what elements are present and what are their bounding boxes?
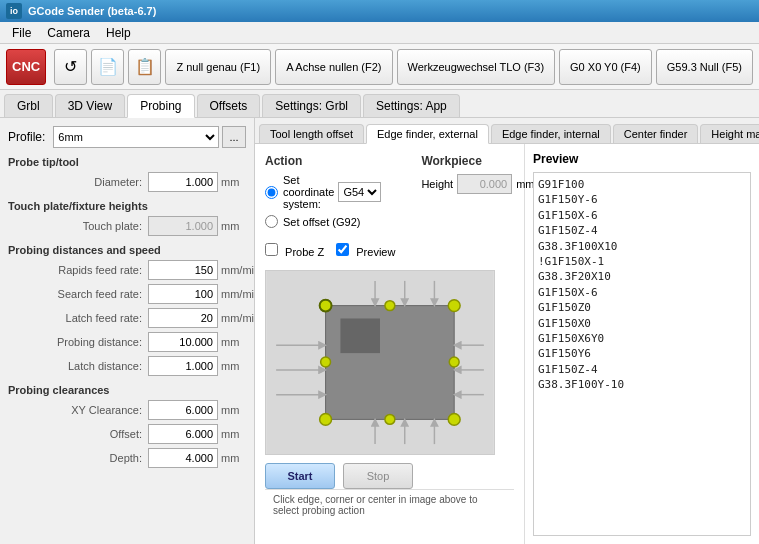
search-feed-input[interactable]: [148, 284, 218, 304]
latch-distance-input[interactable]: [148, 356, 218, 376]
right-left-panel: Action Set coordinate system: G54 G55 G5…: [255, 144, 525, 544]
code-line: G38.3F100X10: [538, 239, 746, 254]
code-line: G1F150X-6: [538, 208, 746, 223]
xy-clearance-row: XY Clearance: mm: [8, 400, 246, 420]
tab-settings-app[interactable]: Settings: App: [363, 94, 460, 117]
rapids-feed-input[interactable]: [148, 260, 218, 280]
touch-plate-label: Touch plate:: [8, 220, 148, 232]
diameter-label: Diameter:: [8, 176, 148, 188]
main-content: Profile: 6mm ... Probe tip/tool Diameter…: [0, 118, 759, 544]
action-title: Action: [265, 154, 381, 168]
depth-input[interactable]: [148, 448, 218, 468]
code-line: G1F150Y6: [538, 346, 746, 361]
inner-tab-edge-external[interactable]: Edge finder, external: [366, 124, 489, 144]
xy-clearance-label: XY Clearance:: [8, 404, 148, 416]
offset-unit: mm: [218, 428, 246, 440]
menu-help[interactable]: Help: [98, 24, 139, 42]
tab-offsets[interactable]: Offsets: [197, 94, 261, 117]
probing-distance-unit: mm: [218, 336, 246, 348]
svg-point-20: [385, 414, 395, 424]
code-line: G1F150Z0: [538, 300, 746, 315]
preview-canvas[interactable]: [265, 270, 495, 455]
toolbar: CNC ↺ 📄 📋 Z null genau (F1) A Achse null…: [0, 44, 759, 90]
preview-checkbox-label[interactable]: Preview: [336, 243, 395, 258]
offset-input[interactable]: [148, 424, 218, 444]
offset-label: Offset:: [8, 428, 148, 440]
menu-camera[interactable]: Camera: [39, 24, 98, 42]
main-tabs: Grbl 3D View Probing Offsets Settings: G…: [0, 90, 759, 118]
cnc-logo: CNC: [6, 49, 46, 85]
section-probing-clearances: Probing clearances: [8, 384, 246, 396]
tab-probing[interactable]: Probing: [127, 94, 194, 118]
height-label: Height: [421, 178, 453, 190]
diameter-input[interactable]: [148, 172, 218, 192]
probing-distance-input[interactable]: [148, 332, 218, 352]
right-right-panel: Preview G91F100 G1F150Y-6 G1F150X-6 G1F1…: [525, 144, 759, 544]
height-row: Height mm: [421, 174, 534, 194]
xy-clearance-input[interactable]: [148, 400, 218, 420]
code-line: G1F150X6Y0: [538, 331, 746, 346]
svg-rect-2: [340, 318, 380, 353]
toolbar-btn-g0[interactable]: G0 X0 Y0 (F4): [559, 49, 652, 85]
preview-checkbox[interactable]: [336, 243, 349, 256]
search-feed-label: Search feed rate:: [8, 288, 148, 300]
svg-point-19: [385, 301, 395, 311]
touch-plate-unit: mm: [218, 220, 246, 232]
code-preview[interactable]: G91F100 G1F150Y-6 G1F150X-6 G1F150Z-4 G3…: [533, 172, 751, 536]
radio-set-offset[interactable]: [265, 215, 278, 228]
start-button[interactable]: Start: [265, 463, 335, 489]
checkbox-row: Probe Z Preview: [265, 243, 514, 258]
latch-feed-input[interactable]: [148, 308, 218, 328]
stop-button[interactable]: Stop: [343, 463, 413, 489]
workpiece-section: Workpiece Height mm: [421, 154, 534, 243]
latch-feed-label: Latch feed rate:: [8, 312, 148, 324]
toolbar-btn-a-achse[interactable]: A Achse nullen (F2): [275, 49, 392, 85]
right-panel: Tool length offset Edge finder, external…: [255, 118, 759, 544]
probe-z-checkbox[interactable]: [265, 243, 278, 256]
svg-point-17: [320, 413, 332, 425]
latch-distance-row: Latch distance: mm: [8, 356, 246, 376]
inner-tab-tool-length[interactable]: Tool length offset: [259, 124, 364, 143]
profile-dots-button[interactable]: ...: [222, 126, 246, 148]
action-section: Action Set coordinate system: G54 G55 G5…: [265, 154, 381, 233]
latch-feed-unit: mm/min: [218, 312, 246, 324]
touch-plate-row: Touch plate: mm: [8, 216, 246, 236]
tab-grbl[interactable]: Grbl: [4, 94, 53, 117]
svg-point-22: [449, 357, 459, 367]
depth-row: Depth: mm: [8, 448, 246, 468]
code-line: G1F150X0: [538, 316, 746, 331]
preview-label: Preview: [356, 246, 395, 258]
coord-select[interactable]: G54 G55 G56 G57: [338, 182, 381, 202]
inner-tab-center-finder[interactable]: Center finder: [613, 124, 699, 143]
diameter-unit: mm: [218, 176, 246, 188]
toolbar-btn-g59[interactable]: G59.3 Null (F5): [656, 49, 753, 85]
profile-select[interactable]: 6mm: [53, 126, 219, 148]
offset-row: Offset: mm: [8, 424, 246, 444]
code-line: G1F150Z-4: [538, 362, 746, 377]
inner-tab-height[interactable]: Height ma: [700, 124, 759, 143]
set-offset-label: Set offset (G92): [283, 216, 360, 228]
set-coord-label: Set coordinate system:: [283, 174, 334, 210]
toolbar-icon-3[interactable]: 📋: [128, 49, 161, 85]
depth-unit: mm: [218, 452, 246, 464]
rapids-feed-label: Rapids feed rate:: [8, 264, 148, 276]
toolbar-btn-werkzeug[interactable]: Werkzeugwechsel TLO (F3): [397, 49, 556, 85]
title-bar: io GCode Sender (beta-6.7): [0, 0, 759, 22]
toolbar-icon-1[interactable]: ↺: [54, 49, 87, 85]
section-probe-tip: Probe tip/tool: [8, 156, 246, 168]
latch-feed-row: Latch feed rate: mm/min: [8, 308, 246, 328]
toolbar-icon-2[interactable]: 📄: [91, 49, 124, 85]
tab-3dview[interactable]: 3D View: [55, 94, 125, 117]
code-line: G1F150Y-6: [538, 192, 746, 207]
tab-settings-grbl[interactable]: Settings: Grbl: [262, 94, 361, 117]
menu-file[interactable]: File: [4, 24, 39, 42]
section-probing-distances: Probing distances and speed: [8, 244, 246, 256]
profile-label: Profile:: [8, 130, 45, 144]
profile-row: Profile: 6mm ...: [8, 126, 246, 148]
preview-title: Preview: [533, 152, 751, 166]
probe-z-checkbox-label[interactable]: Probe Z: [265, 243, 324, 258]
app-title: GCode Sender (beta-6.7): [28, 5, 156, 17]
toolbar-btn-z-null[interactable]: Z null genau (F1): [165, 49, 271, 85]
inner-tab-edge-internal[interactable]: Edge finder, internal: [491, 124, 611, 143]
radio-set-coord[interactable]: [265, 186, 278, 199]
